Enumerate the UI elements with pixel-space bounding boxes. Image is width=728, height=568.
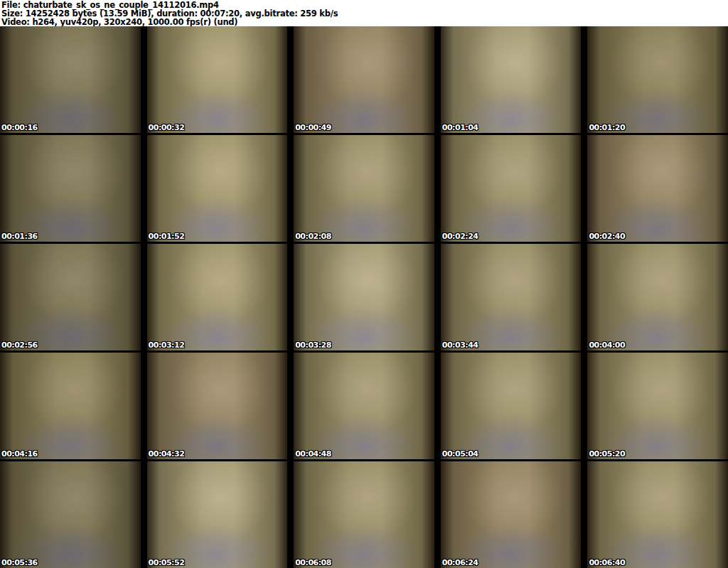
- timestamp-overlay: 00:00:32: [149, 124, 185, 132]
- video-frame-image: [0, 353, 141, 459]
- video-frame-image: [147, 26, 288, 133]
- timestamp-overlay: 00:05:52: [149, 559, 185, 567]
- video-frame-image: [294, 135, 434, 242]
- video-thumbnail: 00:06:08: [294, 461, 434, 568]
- video-thumbnail: 00:06:40: [587, 461, 728, 568]
- video-thumbnail: 00:02:40: [587, 135, 728, 242]
- timestamp-overlay: 00:01:20: [589, 124, 625, 132]
- video-frame-image: [587, 461, 728, 568]
- video-frame-image: [147, 135, 288, 242]
- timestamp-overlay: 00:04:00: [589, 341, 625, 350]
- video-thumbnail: 00:00:32: [147, 26, 288, 133]
- video-thumbnail: 00:02:56: [0, 244, 141, 350]
- timestamp-overlay: 00:04:32: [149, 450, 185, 459]
- video-frame-image: [587, 135, 728, 242]
- video-frame-image: [441, 135, 582, 242]
- timestamp-overlay: 00:01:52: [149, 232, 185, 241]
- video-thumbnail: 00:02:24: [441, 135, 582, 242]
- video-frame-image: [294, 461, 434, 568]
- video-thumbnail: 00:05:20: [587, 353, 728, 459]
- video-frame-image: [587, 244, 728, 350]
- video-thumbnail: 00:06:24: [441, 461, 582, 568]
- timestamp-overlay: 00:03:44: [442, 341, 478, 350]
- video-thumbnail: 00:03:12: [147, 244, 288, 350]
- video-thumbnail: 00:04:16: [0, 353, 141, 459]
- video-thumbnail: 00:01:36: [0, 135, 141, 242]
- timestamp-overlay: 00:03:12: [149, 341, 185, 350]
- video-thumbnail: 00:04:48: [294, 353, 434, 459]
- video-frame-image: [294, 26, 434, 133]
- timestamp-overlay: 00:02:56: [1, 341, 38, 350]
- timestamp-overlay: 00:00:49: [295, 124, 331, 132]
- timestamp-overlay: 00:00:16: [1, 124, 38, 132]
- video-frame-image: [441, 26, 582, 133]
- timestamp-overlay: 00:04:48: [295, 450, 331, 459]
- video-frame-image: [147, 353, 288, 459]
- video-codec-line: Video: h264, yuv420p, 320x240, 1000.00 f…: [1, 18, 728, 26]
- video-frame-image: [441, 353, 582, 459]
- timestamp-overlay: 00:05:36: [1, 559, 38, 567]
- timestamp-overlay: 00:05:04: [442, 450, 478, 459]
- video-frame-image: [441, 461, 582, 568]
- video-frame-image: [0, 26, 141, 133]
- video-thumbnail: 00:00:49: [294, 26, 434, 133]
- video-thumbnail: 00:01:20: [587, 26, 728, 133]
- timestamp-overlay: 00:06:08: [295, 559, 331, 567]
- video-thumbnail: 00:00:16: [0, 26, 141, 133]
- timestamp-overlay: 00:02:40: [589, 232, 625, 241]
- video-thumbnail: 00:01:04: [441, 26, 582, 133]
- timestamp-overlay: 00:03:28: [295, 341, 331, 350]
- video-frame-image: [0, 244, 141, 350]
- video-frame-image: [294, 244, 434, 350]
- video-thumbnail: 00:04:00: [587, 244, 728, 350]
- video-frame-image: [0, 135, 141, 242]
- timestamp-overlay: 00:05:20: [589, 450, 625, 459]
- timestamp-overlay: 00:01:04: [442, 124, 478, 132]
- timestamp-overlay: 00:06:40: [589, 559, 625, 567]
- thumbnail-grid: 00:00:16 00:00:32 00:00:49 00:01:04 00:0…: [0, 26, 728, 568]
- video-frame-image: [441, 244, 582, 350]
- video-frame-image: [294, 353, 434, 459]
- video-frame-image: [587, 26, 728, 133]
- video-frame-image: [587, 353, 728, 459]
- timestamp-overlay: 00:02:24: [442, 232, 478, 241]
- timestamp-overlay: 00:06:24: [442, 559, 478, 567]
- video-frame-image: [0, 461, 141, 568]
- video-thumbnail: 00:05:36: [0, 461, 141, 568]
- video-thumbnail: 00:03:44: [441, 244, 582, 350]
- video-frame-image: [147, 461, 288, 568]
- video-thumbnail: 00:04:32: [147, 353, 288, 459]
- video-thumbnail: 00:03:28: [294, 244, 434, 350]
- video-frame-image: [147, 244, 288, 350]
- video-thumbnail: 00:01:52: [147, 135, 288, 242]
- video-thumbnail: 00:02:08: [294, 135, 434, 242]
- video-thumbnail: 00:05:52: [147, 461, 288, 568]
- timestamp-overlay: 00:02:08: [295, 232, 331, 241]
- file-metadata-header: File: chaturbate_sk_os_ne_couple_1411201…: [0, 0, 728, 26]
- timestamp-overlay: 00:01:36: [1, 232, 38, 241]
- video-thumbnail: 00:05:04: [441, 353, 582, 459]
- timestamp-overlay: 00:04:16: [1, 450, 38, 459]
